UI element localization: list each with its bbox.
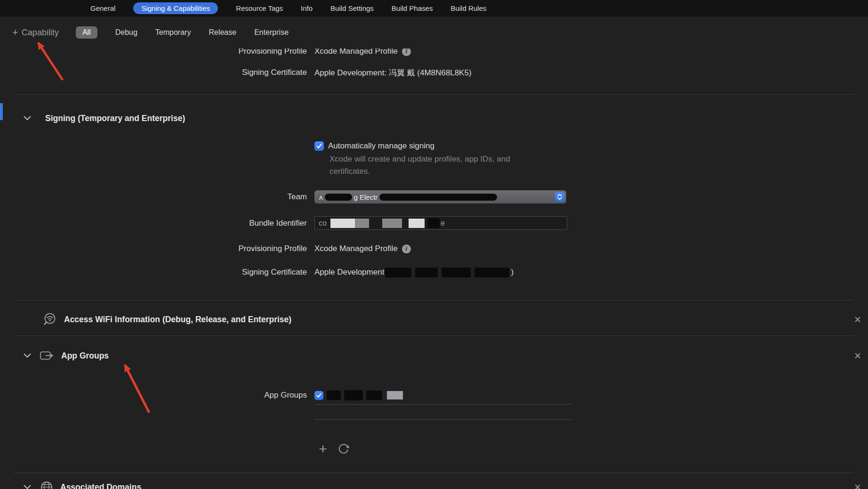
provisioning-profile-label: Provisioning Profile — [0, 244, 307, 253]
divider — [14, 473, 854, 473]
bundle-identifier-label: Bundle Identifier — [0, 219, 307, 228]
plus-icon: + — [12, 27, 18, 38]
bundle-identifier-row: Bundle Identifier co e — [0, 216, 868, 230]
tab-resource-tags[interactable]: Resource Tags — [236, 4, 283, 12]
section-associated-domains: Associated Domains ✕ — [0, 479, 868, 489]
dropdown-stepper-icon[interactable] — [555, 192, 564, 202]
signing-capabilities-content: Provisioning Profile Xcode Managed Profi… — [0, 49, 868, 489]
redaction-block — [427, 218, 440, 228]
team-redacted-fragment: ʌ — [319, 193, 323, 201]
bundle-id-visible-prefix: co — [319, 219, 327, 228]
section-access-wifi-information: Access WiFi Information (Debug, Release,… — [0, 310, 868, 328]
redaction-block — [330, 219, 355, 228]
app-groups-table-line — [314, 404, 571, 405]
divider — [14, 94, 854, 95]
redaction-block — [382, 219, 402, 228]
app-groups-value-row: App Groups — [0, 388, 868, 403]
provisioning-profile-row: Provisioning Profile Xcode Managed Profi… — [0, 241, 868, 257]
add-app-group-button[interactable]: + — [316, 442, 330, 456]
team-label: Team — [0, 192, 307, 202]
app-groups-icon — [40, 350, 55, 361]
tab-info[interactable]: Info — [301, 4, 313, 12]
section-title: Access WiFi Information (Debug, Release,… — [64, 315, 291, 325]
redaction-block — [415, 268, 438, 277]
app-groups-table-line — [314, 419, 571, 420]
app-groups-actions: + — [316, 442, 350, 456]
tab-build-rules[interactable]: Build Rules — [450, 4, 486, 12]
signing-certificate-label: Signing Certificate — [0, 68, 307, 77]
add-capability-label: Capability — [22, 28, 59, 38]
signing-certificate-visible-prefix: Apple Development — [314, 268, 384, 277]
tab-general[interactable]: General — [90, 4, 115, 12]
capability-toolbar: + Capability All Debug Temporary Release… — [0, 16, 868, 49]
refresh-app-groups-button[interactable] — [337, 442, 350, 456]
bundle-id-visible-suffix: e — [441, 219, 445, 228]
remove-capability-icon[interactable]: ✕ — [854, 482, 861, 489]
redaction-block — [325, 194, 352, 201]
globe-icon — [40, 480, 54, 489]
team-dropdown[interactable]: ʌ g Electr — [314, 190, 566, 204]
auto-signing-note: Xcode will create and update profiles, a… — [330, 153, 551, 178]
divider — [14, 335, 854, 336]
redaction-block — [366, 391, 382, 400]
app-group-checkbox[interactable] — [314, 391, 323, 400]
team-visible-fragment: g Electr — [354, 193, 378, 201]
provisioning-profile-row-clipped: Provisioning Profile Xcode Managed Profi… — [0, 49, 868, 60]
redaction-block — [379, 194, 497, 201]
filter-release[interactable]: Release — [209, 28, 236, 37]
redaction-block — [327, 391, 341, 400]
redaction-block — [385, 268, 411, 277]
wifi-search-icon — [42, 312, 57, 327]
left-accent-strip — [0, 103, 3, 120]
filter-all[interactable]: All — [76, 26, 97, 39]
disclosure-chevron-icon[interactable] — [24, 353, 31, 358]
disclosure-chevron-icon[interactable] — [24, 116, 31, 121]
divider — [14, 300, 854, 301]
provisioning-profile-value: Xcode Managed Profile — [314, 49, 398, 56]
filter-debug[interactable]: Debug — [115, 28, 137, 37]
signing-certificate-value: Apple Development: 冯翼 戴 (4M8N68L8K5) — [314, 67, 472, 78]
team-row: Team ʌ g Electr — [0, 190, 868, 204]
section-signing-temporary-enterprise: Signing (Temporary and Enterprise) — [0, 110, 868, 127]
filter-enterprise[interactable]: Enterprise — [254, 28, 289, 37]
info-icon[interactable]: i — [402, 244, 411, 253]
signing-certificate-row: Signing Certificate Apple Development ) — [0, 264, 868, 280]
redaction-block — [474, 268, 509, 277]
signing-certificate-label: Signing Certificate — [0, 268, 307, 277]
redaction-block — [387, 391, 403, 399]
provisioning-profile-value: Xcode Managed Profile — [314, 244, 398, 253]
section-title: App Groups — [61, 351, 109, 361]
remove-capability-icon[interactable]: ✕ — [854, 350, 861, 361]
redaction-block — [355, 219, 369, 228]
section-title: Associated Domains — [60, 482, 141, 489]
xcode-signing-capabilities-editor: General Signing & Capabilities Resource … — [0, 0, 868, 489]
tab-build-settings[interactable]: Build Settings — [330, 4, 374, 12]
redaction-block — [344, 390, 363, 400]
provisioning-profile-label: Provisioning Profile — [0, 49, 307, 56]
tab-build-phases[interactable]: Build Phases — [392, 4, 433, 12]
auto-manage-signing-row: Automatically manage signing — [0, 138, 868, 154]
tab-signing-capabilities[interactable]: Signing & Capabilities — [133, 2, 218, 14]
auto-signing-label: Automatically manage signing — [328, 141, 434, 151]
info-icon[interactable]: i — [402, 49, 411, 56]
signing-certificate-row-clipped: Signing Certificate Apple Development: 冯… — [0, 64, 868, 81]
bundle-identifier-field[interactable]: co e — [314, 216, 567, 230]
add-capability-button[interactable]: + Capability — [12, 27, 59, 38]
configuration-filter: All Debug Temporary Release Enterprise — [76, 26, 289, 39]
project-tab-bar: General Signing & Capabilities Resource … — [0, 0, 868, 16]
filter-temporary[interactable]: Temporary — [155, 28, 191, 37]
signing-certificate-visible-suffix: ) — [511, 268, 514, 277]
auto-signing-checkbox[interactable] — [314, 141, 324, 151]
app-groups-field-label: App Groups — [0, 391, 307, 400]
redaction-block — [442, 268, 471, 277]
disclosure-chevron-icon[interactable] — [24, 485, 31, 489]
redaction-block — [409, 219, 425, 228]
section-title: Signing (Temporary and Enterprise) — [45, 114, 185, 123]
section-app-groups: App Groups ✕ — [0, 347, 868, 364]
remove-capability-icon[interactable]: ✕ — [854, 314, 861, 325]
